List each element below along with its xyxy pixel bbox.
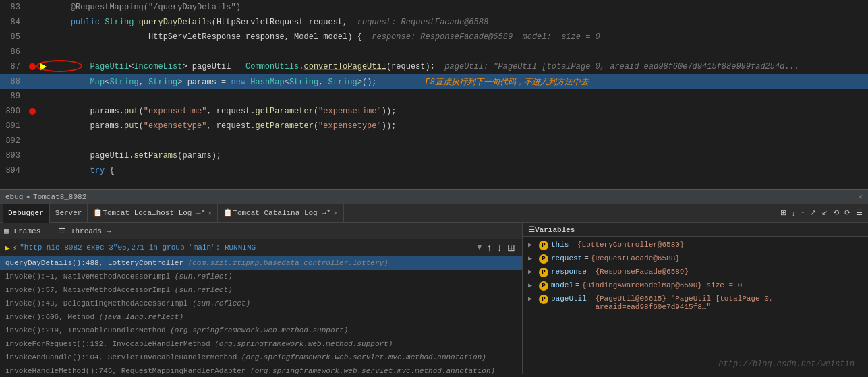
var-type-p: P xyxy=(539,241,548,250)
var-pageutil[interactable]: ▶ P pageUtil = {PageUtil@06615} "PageUti… xyxy=(525,293,865,312)
thread-status-icon: ⚡ xyxy=(13,243,18,252)
stack-frame-6-text: invokeForRequest():132, InvocableHandler… xyxy=(5,340,393,348)
thread-controls: ↑ ↓ ⊞ xyxy=(486,242,517,253)
watermark: http://blog.csdn.net/weistin xyxy=(718,359,855,369)
var-expand-icon[interactable]: ▶ xyxy=(528,295,536,303)
code-line-85: 85 HttpServletResponse response, Model m… xyxy=(0,30,868,45)
var-type-p: P xyxy=(539,268,548,277)
var-type-p: P xyxy=(539,254,548,264)
var-expand-icon[interactable]: ▶ xyxy=(528,254,536,262)
close-catalina-icon[interactable]: ✕ xyxy=(334,209,338,217)
frames-icon: ▦ xyxy=(4,227,9,235)
toolbar-btn-6[interactable]: ⟲ xyxy=(830,207,842,219)
tab-debugger-label: Debugger xyxy=(8,209,44,217)
stack-frames-list[interactable]: queryDayDetails():488, LotteryController… xyxy=(0,256,522,374)
code-line-88: 88 Map<String, String> params = new Hash… xyxy=(0,74,868,89)
var-this[interactable]: ▶ P this = {LotteryController@6580} xyxy=(525,239,865,253)
variables-list: ▶ P this = {LotteryController@6580} ▶ P … xyxy=(523,237,868,374)
debug-window-bar: ebug ✦ Tomcat8_8082 ✕ xyxy=(0,189,868,204)
stack-frame-7[interactable]: invokeAndHandle():104, ServletInvocableH… xyxy=(0,351,522,364)
stack-frame-7-text: invokeAndHandle():104, ServletInvocableH… xyxy=(5,353,486,361)
stack-frame-3-text: invoke():43, DelegatingMethodAccessorImp… xyxy=(5,299,250,308)
code-line-89: 89 xyxy=(0,89,868,104)
tab-tomcat-catalina-label: Tomcat Catalina Log →* xyxy=(233,209,330,217)
stack-frame-4[interactable]: invoke():606, Method (java.lang.reflect) xyxy=(0,310,522,324)
tab-tomcat-catalina[interactable]: 📋 Tomcat Catalina Log →* ✕ xyxy=(218,204,343,223)
var-model[interactable]: ▶ P model = {BindingAwareModelMap@6590} … xyxy=(525,280,865,293)
toolbar-btn-4[interactable]: ↗ xyxy=(807,207,819,219)
debug-label: ebug xyxy=(5,193,23,201)
stack-frame-1-text: invoke():−1, NativeMethodAccessorImpl (s… xyxy=(5,272,233,281)
var-expand-icon[interactable]: ▶ xyxy=(528,281,536,289)
toolbar-btn-8[interactable]: ☰ xyxy=(853,207,865,219)
thread-arrow-icon: ▶ xyxy=(5,243,10,252)
server-name: Tomcat8_8082 xyxy=(33,193,86,201)
var-expand-icon[interactable]: ▶ xyxy=(528,241,536,249)
tab-tomcat-localhost[interactable]: 📋 Tomcat Localhost Log →* ✕ xyxy=(88,204,218,223)
code-line-891: 891 params.put("expensetype", request.ge… xyxy=(0,119,868,134)
stack-frame-0-text: queryDayDetails():488, LotteryController… xyxy=(5,259,388,267)
stack-frame-2[interactable]: invoke():57, NativeMethodAccessorImpl (s… xyxy=(0,283,522,297)
code-line-893: 893 pageUtil.setParams(params); xyxy=(0,148,868,163)
var-type-p: P xyxy=(539,281,548,291)
thread-dropdown-icon[interactable]: ▼ xyxy=(477,243,482,252)
var-type-p: P xyxy=(539,295,548,304)
stack-frame-6[interactable]: invokeForRequest():132, InvocableHandler… xyxy=(0,337,522,351)
stack-frame-8[interactable]: invokeHandleMethod():745, RequestMapping… xyxy=(0,364,522,374)
toolbar-btn-2[interactable]: ↓ xyxy=(789,208,799,219)
tab-tomcat-localhost-icon: 📋 xyxy=(93,208,103,217)
thread-up-btn[interactable]: ↑ xyxy=(486,242,493,253)
variables-icon: ☰ xyxy=(528,225,535,234)
threads-label: Threads → xyxy=(71,227,111,235)
threads-icon: ☰ xyxy=(59,227,65,235)
tab-debugger[interactable]: Debugger xyxy=(3,204,50,223)
code-line-890: 890 params.put("expensetime", request.ge… xyxy=(0,104,868,119)
thread-selector[interactable]: ▶ ⚡ "http-nio-8082-exec-3"05,271 in grou… xyxy=(0,239,522,256)
frames-label: Frames xyxy=(14,227,41,235)
stack-frame-5[interactable]: invoke():219, InvocableHandlerMethod (or… xyxy=(0,324,522,337)
var-response[interactable]: ▶ P response = {ResponseFacade@6589} xyxy=(525,266,865,280)
left-panel: ▦ Frames | ☰ Threads → ▶ ⚡ "http-nio-808… xyxy=(0,223,523,374)
code-line-892: 892 xyxy=(0,134,868,148)
stack-frame-5-text: invoke():219, InvocableHandlerMethod (or… xyxy=(5,326,348,335)
thread-text: "http-nio-8082-exec-3"05,271 in group "m… xyxy=(20,243,474,252)
toolbar-btn-7[interactable]: ⟳ xyxy=(842,207,853,219)
tab-server[interactable]: Server xyxy=(50,204,88,223)
code-line-87: 87 PageUtil<IncomeList> pageUtil = Commo… xyxy=(0,59,868,74)
toolbar-btn-5[interactable]: ↙ xyxy=(819,207,830,219)
close-localhost-icon[interactable]: ✕ xyxy=(208,209,212,217)
frames-toolbar: ▦ Frames | ☰ Threads → xyxy=(0,223,522,239)
variables-header: ☰ Variables xyxy=(523,223,868,237)
code-line-84: 84 public String queryDayDetails(HttpSer… xyxy=(0,15,868,30)
tab-tomcat-catalina-icon: 📋 xyxy=(223,208,233,217)
threads-button[interactable]: Threads → xyxy=(68,226,113,237)
stack-frame-4-text: invoke():606, Method (java.lang.reflect) xyxy=(5,313,183,321)
code-line-86: 86 xyxy=(0,45,868,59)
stack-frame-3[interactable]: invoke():43, DelegatingMethodAccessorImp… xyxy=(0,297,522,310)
bottom-panel: ▦ Frames | ☰ Threads → ▶ ⚡ "http-nio-808… xyxy=(0,223,868,374)
toolbar-btn-1[interactable]: ⊞ xyxy=(778,207,789,219)
thread-filter-btn[interactable]: ⊞ xyxy=(506,242,517,253)
tab-tomcat-localhost-label: Tomcat Localhost Log →* xyxy=(103,209,205,217)
code-line-894: 894 try { xyxy=(0,163,868,178)
code-editor: 83 @RequestMapping("/queryDayDetails") 8… xyxy=(0,0,868,189)
tab-server-label: Server xyxy=(55,209,82,217)
stack-frame-2-text: invoke():57, NativeMethodAccessorImpl (s… xyxy=(5,286,233,294)
var-expand-icon[interactable]: ▶ xyxy=(528,268,536,276)
right-panel: ☰ Variables ▶ P this = {LotteryControlle… xyxy=(523,223,868,374)
stack-frame-0[interactable]: queryDayDetails():488, LotteryController… xyxy=(0,256,522,270)
variables-title: Variables xyxy=(535,226,575,234)
frames-button[interactable]: Frames xyxy=(11,226,44,237)
debug-tab-bar: Debugger Server 📋 Tomcat Localhost Log →… xyxy=(0,204,868,223)
thread-down-btn[interactable]: ↓ xyxy=(496,242,503,253)
stack-frame-1[interactable]: invoke():−1, NativeMethodAccessorImpl (s… xyxy=(0,270,522,283)
stack-frame-8-text: invokeHandleMethod():745, RequestMapping… xyxy=(5,367,495,374)
var-request[interactable]: ▶ P request = {RequestFacade@6588} xyxy=(525,253,865,266)
code-line-83: 83 @RequestMapping("/queryDayDetails") xyxy=(0,0,868,15)
toolbar-btn-3[interactable]: ↑ xyxy=(799,208,808,219)
